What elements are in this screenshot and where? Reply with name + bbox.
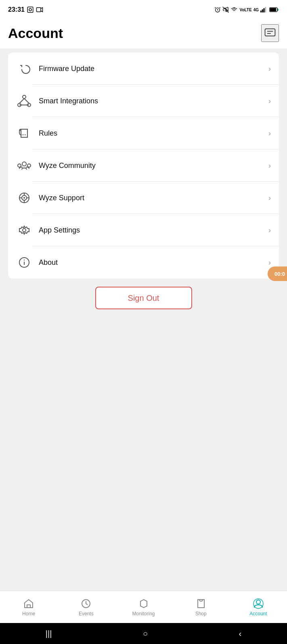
firmware-update-label: Firmware Update: [39, 65, 268, 73]
svg-point-19: [23, 95, 26, 99]
shop-icon: [195, 598, 207, 609]
svg-point-28: [27, 164, 31, 167]
menu-item-smart-integrations[interactable]: Smart Integrations ›: [8, 85, 279, 117]
status-right: VoLTE 4G: [214, 6, 279, 13]
svg-rect-11: [265, 7, 266, 13]
svg-point-1: [29, 8, 31, 11]
timer-badge: 00:0: [268, 266, 287, 281]
smart-integrations-icon: [16, 93, 32, 109]
svg-rect-14: [270, 8, 276, 12]
bottom-nav: Home Events Monitoring Shop: [0, 591, 287, 623]
home-button[interactable]: ○: [143, 629, 148, 638]
menu-item-firmware-update[interactable]: Firmware Update ›: [8, 52, 279, 85]
wyze-community-label: Wyze Community: [39, 162, 268, 170]
events-icon: [80, 598, 92, 609]
nav-item-account[interactable]: Account: [230, 598, 287, 617]
account-nav-icon: [253, 598, 264, 609]
monitoring-nav-label: Monitoring: [132, 611, 155, 617]
svg-point-27: [18, 164, 21, 167]
main-content: 00:0 Firmware Update ›: [0, 48, 287, 591]
events-nav-label: Events: [79, 611, 94, 617]
wyze-support-label: Wyze Support: [39, 194, 268, 202]
chat-icon: [264, 27, 277, 40]
rules-chevron: ›: [268, 129, 271, 138]
rules-icon: [16, 125, 32, 141]
sign-out-container: Sign Out: [8, 287, 279, 309]
svg-point-31: [23, 197, 25, 199]
home-icon: [23, 598, 34, 609]
firmware-update-chevron: ›: [268, 65, 271, 73]
wyze-support-chevron: ›: [268, 194, 271, 202]
volte-icon: VoLTE: [239, 8, 251, 12]
svg-line-23: [24, 99, 29, 103]
svg-point-32: [23, 229, 26, 232]
svg-line-6: [223, 7, 229, 13]
svg-rect-9: [262, 9, 263, 13]
svg-rect-16: [265, 29, 275, 36]
status-time: 23:31: [8, 6, 25, 13]
photo-icon: [27, 6, 34, 13]
app-settings-chevron: ›: [268, 226, 271, 235]
about-chevron: ›: [268, 258, 271, 267]
app-settings-icon: [16, 222, 32, 238]
nav-item-events[interactable]: Events: [57, 598, 115, 617]
account-nav-label: Account: [249, 611, 267, 617]
menu-item-wyze-support[interactable]: Wyze Support ›: [8, 182, 279, 214]
menu-card: Firmware Update › Smart Integrations ›: [8, 52, 279, 279]
about-icon: [16, 254, 32, 271]
nav-item-home[interactable]: Home: [0, 598, 57, 617]
community-icon: [16, 157, 32, 174]
page-title: Account: [8, 25, 63, 41]
wifi-icon: [230, 6, 238, 13]
alarm-icon: [214, 6, 221, 13]
back-button[interactable]: ‹: [239, 629, 242, 638]
header: Account: [0, 19, 287, 48]
svg-rect-36: [27, 605, 30, 608]
4g-icon: 4G: [253, 8, 259, 12]
svg-line-5: [220, 7, 220, 8]
menu-item-app-settings[interactable]: App Settings ›: [8, 214, 279, 246]
menu-item-wyze-community[interactable]: Wyze Community ›: [8, 149, 279, 182]
rules-label: Rules: [39, 129, 268, 138]
monitoring-icon: [138, 598, 149, 609]
android-nav-bar: ||| ○ ‹: [0, 623, 287, 644]
svg-point-15: [277, 9, 279, 10]
menu-item-about[interactable]: About ›: [8, 246, 279, 279]
wyze-community-chevron: ›: [268, 162, 271, 170]
svg-line-4: [215, 7, 216, 8]
svg-rect-0: [27, 7, 33, 13]
home-nav-label: Home: [22, 611, 35, 617]
menu-item-rules[interactable]: Rules ›: [8, 117, 279, 149]
mute-icon: [222, 6, 229, 13]
firmware-update-icon: [16, 61, 32, 77]
smart-integrations-chevron: ›: [268, 97, 271, 105]
support-icon: [16, 190, 32, 206]
recent-apps-button[interactable]: |||: [46, 629, 52, 638]
nav-item-monitoring[interactable]: Monitoring: [115, 598, 172, 617]
status-left: 23:31: [8, 6, 43, 13]
svg-rect-10: [264, 8, 265, 13]
status-bar: 23:31 VoLTE 4G: [0, 0, 287, 19]
app-settings-label: App Settings: [39, 226, 268, 235]
smart-integrations-label: Smart Integrations: [39, 97, 268, 105]
video-icon: [36, 6, 43, 13]
chat-button[interactable]: [261, 24, 279, 42]
signal-icon: [260, 7, 268, 13]
svg-rect-2: [36, 8, 41, 12]
svg-line-22: [19, 99, 24, 103]
about-label: About: [39, 258, 268, 267]
nav-item-shop[interactable]: Shop: [172, 598, 230, 617]
svg-point-26: [22, 162, 26, 166]
sign-out-button[interactable]: Sign Out: [95, 287, 192, 309]
svg-rect-8: [260, 10, 262, 13]
battery-icon: [269, 7, 279, 13]
shop-nav-label: Shop: [195, 611, 207, 617]
svg-point-35: [24, 260, 25, 260]
svg-point-38: [256, 600, 260, 604]
